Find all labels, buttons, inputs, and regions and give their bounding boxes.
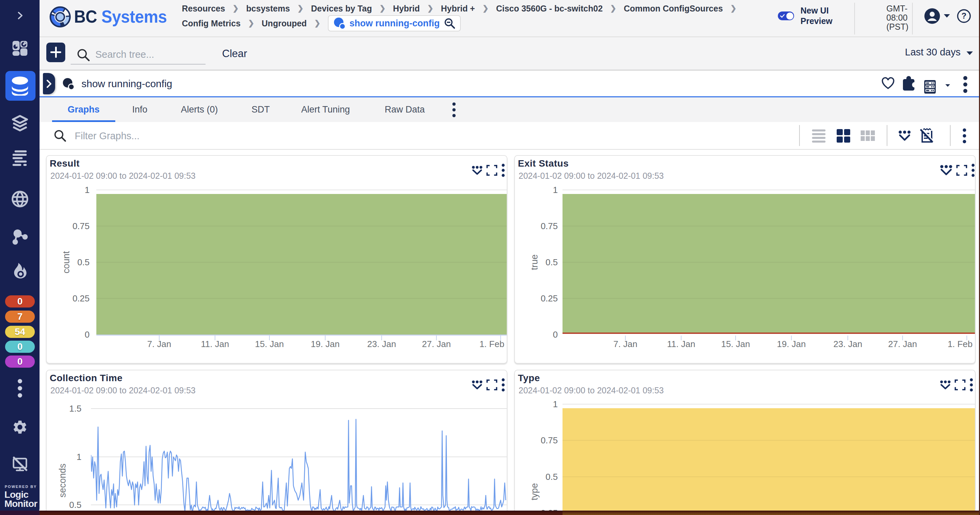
svg-text:?: ? — [961, 11, 966, 20]
